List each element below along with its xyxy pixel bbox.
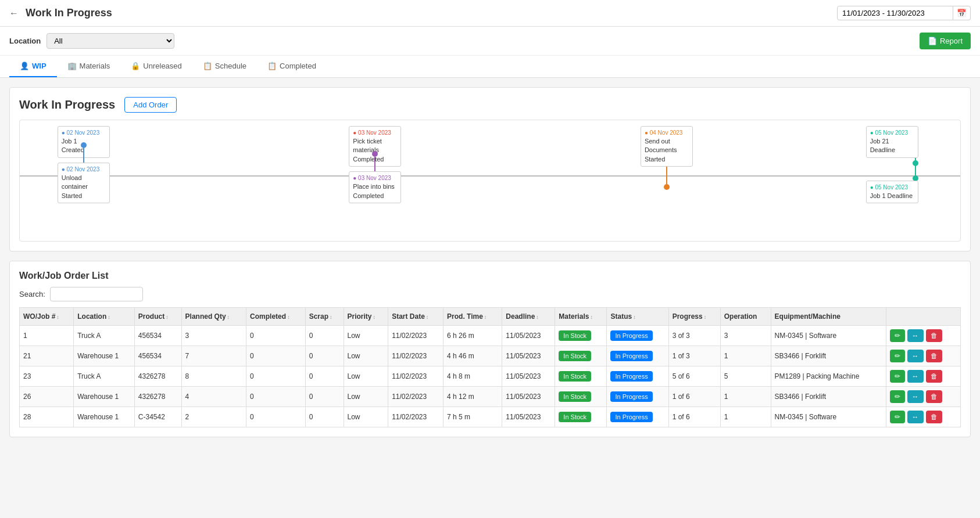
cell-prod-time: 4 h 8 m <box>443 366 502 387</box>
cell-actions: ✏ ↔ 🗑 <box>886 407 960 427</box>
materials-badge: In Stock <box>559 330 591 341</box>
wip-icon: 👤 <box>20 62 29 70</box>
cell-priority: Low <box>344 407 388 427</box>
edit-button[interactable]: ✏ <box>890 370 905 383</box>
materials-badge: In Stock <box>559 391 591 402</box>
tab-schedule[interactable]: 📋 Schedule <box>192 56 257 77</box>
share-button[interactable]: ↔ <box>907 411 924 423</box>
tab-unreleased[interactable]: 🔒 Unreleased <box>120 56 192 77</box>
delete-button[interactable]: 🗑 <box>926 329 942 342</box>
calendar-icon-button[interactable]: 📅 <box>953 6 971 20</box>
bottom-event-1-label: Unload containerStarted <box>62 174 106 200</box>
bottom-event-1-connector <box>83 148 84 163</box>
cell-planned-qty: 7 <box>181 346 246 366</box>
cell-location: Warehouse 1 <box>74 407 135 427</box>
table-header: WO/Job #↕ Location↕ Product↕ Planned Qty… <box>20 308 961 326</box>
location-select[interactable]: All Truck A Warehouse 1 <box>47 33 174 49</box>
cell-priority: Low <box>344 346 388 366</box>
table-row: 21 Warehouse 1 456534 7 0 0 Low 11/02/20… <box>20 346 961 366</box>
wip-section-title: Work In Progress <box>19 98 115 111</box>
edit-button[interactable]: ✏ <box>890 390 905 403</box>
cell-actions: ✏ ↔ 🗑 <box>886 346 960 366</box>
search-input[interactable] <box>50 287 143 301</box>
col-materials[interactable]: Materials↕ <box>555 308 607 326</box>
cell-scrap: 0 <box>305 346 344 366</box>
cell-scrap: 0 <box>305 366 344 387</box>
cell-wo-job: 21 <box>20 346 74 366</box>
cell-operation: 1 <box>720 387 771 407</box>
col-product[interactable]: Product↕ <box>134 308 181 326</box>
share-button[interactable]: ↔ <box>907 370 924 383</box>
cell-deadline: 11/05/2023 <box>502 407 555 427</box>
cell-location: Warehouse 1 <box>74 346 135 366</box>
event-4-label: Job 21 Deadline <box>870 137 914 155</box>
timeline-container: ● 02 Nov 2023 Job 1Created ● 03 Nov 2023… <box>19 120 961 242</box>
col-wo-job[interactable]: WO/Job #↕ <box>20 308 74 326</box>
table-row: 26 Warehouse 1 4326278 4 0 0 Low 11/02/2… <box>20 387 961 407</box>
tab-unreleased-label: Unreleased <box>143 62 182 70</box>
tabs-bar: 👤 WIP 🏢 Materials 🔒 Unreleased 📋 Schedul… <box>0 56 980 78</box>
cell-equipment: SB3466 | Forklift <box>771 346 886 366</box>
cell-materials: In Stock <box>555 326 607 346</box>
delete-button[interactable]: 🗑 <box>926 411 942 423</box>
cell-operation: 3 <box>720 326 771 346</box>
col-status[interactable]: Status↕ <box>607 308 668 326</box>
cell-completed: 0 <box>246 407 306 427</box>
cell-planned-qty: 8 <box>181 366 246 387</box>
col-deadline[interactable]: Deadline↕ <box>502 308 555 326</box>
schedule-icon: 📋 <box>203 62 212 70</box>
edit-button[interactable]: ✏ <box>890 329 905 342</box>
cell-start-date: 11/02/2023 <box>388 387 443 407</box>
event-3-label: Send out DocumentsStarted <box>645 137 689 164</box>
col-priority[interactable]: Priority↕ <box>344 308 388 326</box>
status-badge: In Progress <box>610 351 652 361</box>
cell-start-date: 11/02/2023 <box>388 326 443 346</box>
report-button[interactable]: 📄 Report <box>920 33 971 49</box>
share-button[interactable]: ↔ <box>907 350 924 362</box>
tab-completed[interactable]: 📋 Completed <box>257 56 327 77</box>
date-range-input[interactable] <box>837 6 953 20</box>
cell-planned-qty: 2 <box>181 407 246 427</box>
col-prod-time[interactable]: Prod. Time↕ <box>443 308 502 326</box>
cell-start-date: 11/02/2023 <box>388 346 443 366</box>
bottom-event-3-date: ● 05 Nov 2023 <box>870 184 914 192</box>
status-badge: In Progress <box>610 391 652 402</box>
delete-button[interactable]: 🗑 <box>926 370 942 383</box>
cell-progress: 5 of 6 <box>668 366 720 387</box>
cell-wo-job: 26 <box>20 387 74 407</box>
cell-product: 456534 <box>134 326 181 346</box>
edit-button[interactable]: ✏ <box>890 350 905 362</box>
back-button[interactable]: ← <box>9 8 19 19</box>
col-operation: Operation <box>720 308 771 326</box>
cell-status: In Progress <box>607 407 668 427</box>
cell-start-date: 11/02/2023 <box>388 366 443 387</box>
col-completed[interactable]: Completed↕ <box>246 308 306 326</box>
add-order-button[interactable]: Add Order <box>124 97 177 113</box>
share-button[interactable]: ↔ <box>907 390 924 403</box>
timeline-event-3: ● 04 Nov 2023 Send out DocumentsStarted <box>641 120 693 184</box>
bottom-event-3-connector <box>915 166 916 181</box>
page-title: Work In Progress <box>26 7 830 19</box>
col-progress[interactable]: Progress↕ <box>668 308 720 326</box>
cell-completed: 0 <box>246 387 306 407</box>
cell-completed: 0 <box>246 326 306 346</box>
materials-badge: In Stock <box>559 351 591 361</box>
delete-button[interactable]: 🗑 <box>926 390 942 403</box>
tab-wip[interactable]: 👤 WIP <box>9 56 57 77</box>
delete-button[interactable]: 🗑 <box>926 350 942 362</box>
header: ← Work In Progress 📅 <box>0 0 980 27</box>
col-location[interactable]: Location↕ <box>74 308 135 326</box>
completed-icon: 📋 <box>267 62 277 70</box>
edit-button[interactable]: ✏ <box>890 411 905 423</box>
cell-priority: Low <box>344 366 388 387</box>
share-button[interactable]: ↔ <box>907 329 924 342</box>
col-start-date[interactable]: Start Date↕ <box>388 308 443 326</box>
bottom-event-3-label: Job 1 Deadline <box>870 192 914 200</box>
event-2-date: ● 03 Nov 2023 <box>353 129 397 137</box>
tab-materials[interactable]: 🏢 Materials <box>57 56 121 77</box>
col-planned-qty[interactable]: Planned Qty↕ <box>181 308 246 326</box>
timeline-bottom-event-2: ● 03 Nov 2023 Place into binsCompleted <box>349 189 401 241</box>
col-scrap[interactable]: Scrap↕ <box>305 308 344 326</box>
bottom-event-2-date: ● 03 Nov 2023 <box>353 174 397 182</box>
bottom-event-3-card: ● 05 Nov 2023 Job 1 Deadline <box>866 181 918 203</box>
